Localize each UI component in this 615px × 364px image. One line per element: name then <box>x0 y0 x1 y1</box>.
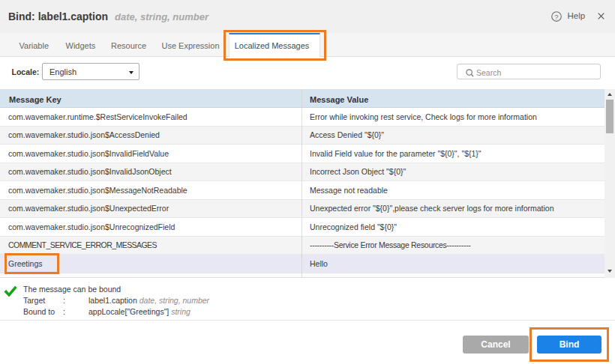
svg-text:?: ? <box>554 12 558 20</box>
